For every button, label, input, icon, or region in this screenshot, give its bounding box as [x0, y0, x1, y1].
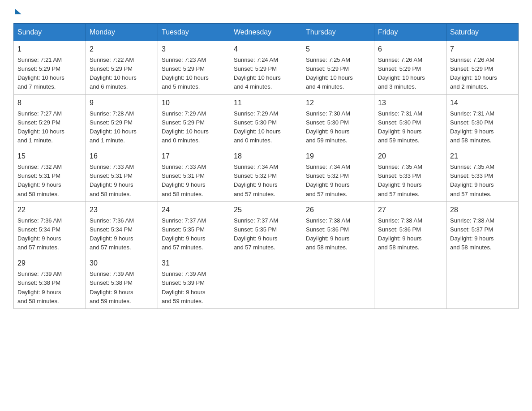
calendar-cell: 21Sunrise: 7:35 AM Sunset: 5:33 PM Dayli… — [446, 148, 519, 202]
calendar-header-sunday: Sunday — [14, 24, 86, 41]
day-info: Sunrise: 7:27 AM Sunset: 5:29 PM Dayligh… — [17, 109, 82, 146]
calendar-header-saturday: Saturday — [446, 24, 519, 41]
day-info: Sunrise: 7:22 AM Sunset: 5:29 PM Dayligh… — [90, 56, 154, 92]
calendar-cell: 24Sunrise: 7:37 AM Sunset: 5:35 PM Dayli… — [158, 201, 230, 255]
calendar-cell: 28Sunrise: 7:38 AM Sunset: 5:37 PM Dayli… — [446, 201, 519, 255]
day-info: Sunrise: 7:21 AM Sunset: 5:29 PM Dayligh… — [17, 56, 82, 92]
day-number: 21 — [450, 151, 515, 162]
calendar-cell: 3Sunrise: 7:23 AM Sunset: 5:29 PM Daylig… — [158, 41, 230, 95]
day-number: 14 — [450, 98, 515, 108]
calendar-cell: 17Sunrise: 7:33 AM Sunset: 5:31 PM Dayli… — [158, 148, 230, 202]
calendar-cell: 4Sunrise: 7:24 AM Sunset: 5:29 PM Daylig… — [230, 41, 302, 95]
day-number: 8 — [17, 98, 82, 108]
calendar-cell: 5Sunrise: 7:25 AM Sunset: 5:29 PM Daylig… — [302, 41, 374, 95]
calendar-cell: 2Sunrise: 7:22 AM Sunset: 5:29 PM Daylig… — [86, 41, 158, 95]
calendar-cell: 29Sunrise: 7:39 AM Sunset: 5:38 PM Dayli… — [14, 255, 86, 309]
calendar-cell: 1Sunrise: 7:21 AM Sunset: 5:29 PM Daylig… — [14, 41, 86, 95]
day-info: Sunrise: 7:39 AM Sunset: 5:39 PM Dayligh… — [162, 270, 226, 306]
logo — [13, 9, 21, 14]
calendar-week-row: 29Sunrise: 7:39 AM Sunset: 5:38 PM Dayli… — [14, 255, 519, 309]
day-number: 10 — [162, 98, 226, 108]
calendar-week-row: 15Sunrise: 7:32 AM Sunset: 5:31 PM Dayli… — [14, 148, 519, 202]
day-number: 30 — [90, 258, 154, 269]
calendar-cell: 30Sunrise: 7:39 AM Sunset: 5:38 PM Dayli… — [86, 255, 158, 309]
calendar-cell: 27Sunrise: 7:38 AM Sunset: 5:36 PM Dayli… — [374, 201, 446, 255]
calendar-cell: 25Sunrise: 7:37 AM Sunset: 5:35 PM Dayli… — [230, 201, 302, 255]
calendar-cell: 8Sunrise: 7:27 AM Sunset: 5:29 PM Daylig… — [14, 94, 86, 148]
day-info: Sunrise: 7:35 AM Sunset: 5:33 PM Dayligh… — [450, 163, 515, 199]
calendar-week-row: 8Sunrise: 7:27 AM Sunset: 5:29 PM Daylig… — [14, 94, 519, 148]
day-info: Sunrise: 7:23 AM Sunset: 5:29 PM Dayligh… — [162, 56, 226, 92]
calendar-cell: 9Sunrise: 7:28 AM Sunset: 5:29 PM Daylig… — [86, 94, 158, 148]
day-number: 19 — [306, 151, 370, 162]
calendar-cell: 10Sunrise: 7:29 AM Sunset: 5:29 PM Dayli… — [158, 94, 230, 148]
day-info: Sunrise: 7:38 AM Sunset: 5:36 PM Dayligh… — [378, 216, 442, 253]
day-info: Sunrise: 7:24 AM Sunset: 5:29 PM Dayligh… — [234, 56, 298, 92]
day-number: 12 — [306, 98, 370, 108]
day-info: Sunrise: 7:26 AM Sunset: 5:29 PM Dayligh… — [450, 56, 515, 92]
day-info: Sunrise: 7:37 AM Sunset: 5:35 PM Dayligh… — [234, 216, 298, 253]
calendar-cell: 12Sunrise: 7:30 AM Sunset: 5:30 PM Dayli… — [302, 94, 374, 148]
calendar-cell: 31Sunrise: 7:39 AM Sunset: 5:39 PM Dayli… — [158, 255, 230, 309]
day-number: 6 — [378, 44, 442, 55]
day-info: Sunrise: 7:30 AM Sunset: 5:30 PM Dayligh… — [306, 109, 370, 146]
day-info: Sunrise: 7:34 AM Sunset: 5:32 PM Dayligh… — [306, 163, 370, 199]
day-number: 3 — [162, 44, 226, 55]
calendar-cell: 18Sunrise: 7:34 AM Sunset: 5:32 PM Dayli… — [230, 148, 302, 202]
day-number: 27 — [378, 205, 442, 215]
calendar-cell: 16Sunrise: 7:33 AM Sunset: 5:31 PM Dayli… — [86, 148, 158, 202]
calendar-week-row: 1Sunrise: 7:21 AM Sunset: 5:29 PM Daylig… — [14, 41, 519, 95]
calendar-cell — [374, 255, 446, 309]
calendar-table: SundayMondayTuesdayWednesdayThursdayFrid… — [13, 23, 519, 309]
day-number: 25 — [234, 205, 298, 215]
day-info: Sunrise: 7:39 AM Sunset: 5:38 PM Dayligh… — [17, 270, 82, 306]
day-number: 23 — [90, 205, 154, 215]
day-number: 2 — [90, 44, 154, 55]
day-info: Sunrise: 7:33 AM Sunset: 5:31 PM Dayligh… — [162, 163, 226, 199]
calendar-header-thursday: Thursday — [302, 24, 374, 41]
calendar-header-monday: Monday — [86, 24, 158, 41]
day-info: Sunrise: 7:25 AM Sunset: 5:29 PM Dayligh… — [306, 56, 370, 92]
day-number: 9 — [90, 98, 154, 108]
calendar-week-row: 22Sunrise: 7:36 AM Sunset: 5:34 PM Dayli… — [14, 201, 519, 255]
calendar-cell: 15Sunrise: 7:32 AM Sunset: 5:31 PM Dayli… — [14, 148, 86, 202]
day-info: Sunrise: 7:38 AM Sunset: 5:36 PM Dayligh… — [306, 216, 370, 253]
day-info: Sunrise: 7:29 AM Sunset: 5:30 PM Dayligh… — [234, 109, 298, 146]
day-number: 5 — [306, 44, 370, 55]
day-info: Sunrise: 7:28 AM Sunset: 5:29 PM Dayligh… — [90, 109, 154, 146]
day-number: 4 — [234, 44, 298, 55]
calendar-cell: 13Sunrise: 7:31 AM Sunset: 5:30 PM Dayli… — [374, 94, 446, 148]
page-header — [13, 9, 519, 14]
calendar-cell — [446, 255, 519, 309]
logo-arrow-icon — [15, 9, 21, 14]
day-number: 20 — [378, 151, 442, 162]
calendar-cell: 26Sunrise: 7:38 AM Sunset: 5:36 PM Dayli… — [302, 201, 374, 255]
calendar-header-wednesday: Wednesday — [230, 24, 302, 41]
day-number: 13 — [378, 98, 442, 108]
day-info: Sunrise: 7:31 AM Sunset: 5:30 PM Dayligh… — [378, 109, 442, 146]
calendar-header-friday: Friday — [374, 24, 446, 41]
day-number: 31 — [162, 258, 226, 269]
day-info: Sunrise: 7:35 AM Sunset: 5:33 PM Dayligh… — [378, 163, 442, 199]
day-info: Sunrise: 7:31 AM Sunset: 5:30 PM Dayligh… — [450, 109, 515, 146]
calendar-cell: 6Sunrise: 7:26 AM Sunset: 5:29 PM Daylig… — [374, 41, 446, 95]
calendar-cell: 19Sunrise: 7:34 AM Sunset: 5:32 PM Dayli… — [302, 148, 374, 202]
day-number: 17 — [162, 151, 226, 162]
day-number: 15 — [17, 151, 82, 162]
day-info: Sunrise: 7:39 AM Sunset: 5:38 PM Dayligh… — [90, 270, 154, 306]
day-info: Sunrise: 7:36 AM Sunset: 5:34 PM Dayligh… — [90, 216, 154, 253]
day-info: Sunrise: 7:29 AM Sunset: 5:29 PM Dayligh… — [162, 109, 226, 146]
calendar-cell: 23Sunrise: 7:36 AM Sunset: 5:34 PM Dayli… — [86, 201, 158, 255]
day-number: 1 — [17, 44, 82, 55]
calendar-cell: 22Sunrise: 7:36 AM Sunset: 5:34 PM Dayli… — [14, 201, 86, 255]
day-number: 7 — [450, 44, 515, 55]
day-number: 24 — [162, 205, 226, 215]
day-info: Sunrise: 7:34 AM Sunset: 5:32 PM Dayligh… — [234, 163, 298, 199]
day-number: 28 — [450, 205, 515, 215]
day-info: Sunrise: 7:38 AM Sunset: 5:37 PM Dayligh… — [450, 216, 515, 253]
calendar-cell — [230, 255, 302, 309]
day-number: 16 — [90, 151, 154, 162]
day-info: Sunrise: 7:36 AM Sunset: 5:34 PM Dayligh… — [17, 216, 82, 253]
calendar-cell: 7Sunrise: 7:26 AM Sunset: 5:29 PM Daylig… — [446, 41, 519, 95]
calendar-header-row: SundayMondayTuesdayWednesdayThursdayFrid… — [14, 24, 519, 41]
